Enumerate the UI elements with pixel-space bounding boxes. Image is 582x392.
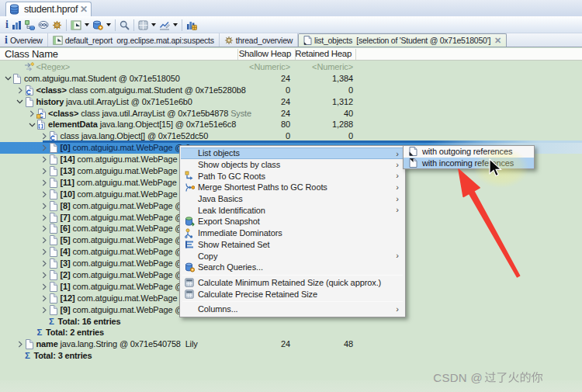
red-arrow-annotation xyxy=(459,169,520,277)
watermark-latin: CSDN @ xyxy=(433,371,483,384)
watermark-cjk-glyphs xyxy=(484,372,543,384)
mouse-cursor xyxy=(490,159,501,176)
eclipse-mat-window: student.hprof ✕ i iOverviewdefault_repor… xyxy=(0,0,582,392)
csdn-watermark: CSDN @ xyxy=(433,371,543,384)
annotation-overlay xyxy=(0,0,582,392)
